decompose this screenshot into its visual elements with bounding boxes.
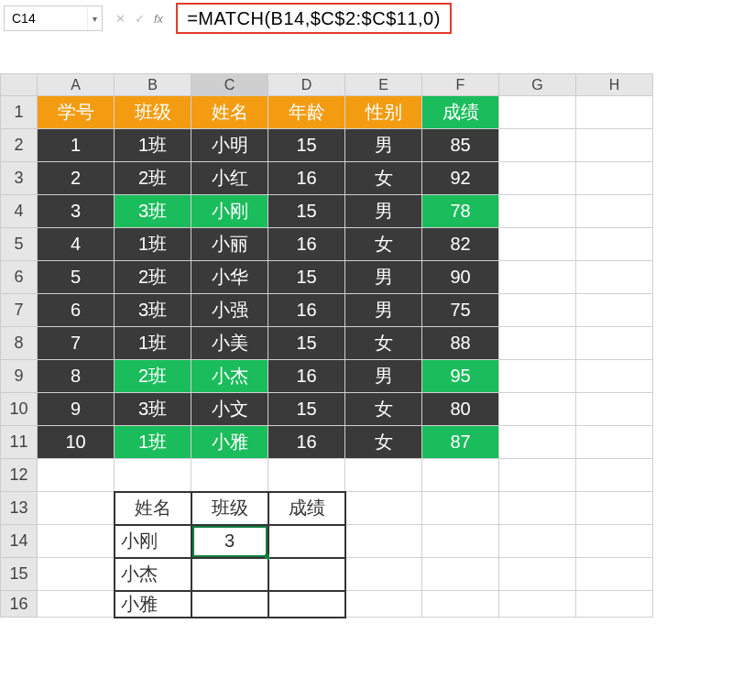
data-cell[interactable]: 小美 bbox=[191, 327, 268, 360]
cell-H10[interactable] bbox=[576, 393, 653, 426]
name-box-dropdown-icon[interactable]: ▾ bbox=[87, 6, 102, 30]
lookup-score-cell[interactable] bbox=[268, 525, 345, 558]
cell-r15-6[interactable] bbox=[499, 558, 576, 591]
cell-G1[interactable] bbox=[499, 96, 576, 129]
data-cell[interactable]: 78 bbox=[422, 195, 499, 228]
formula-bar[interactable]: =MATCH(B14,$C$2:$C$11,0) bbox=[176, 3, 452, 34]
data-cell[interactable]: 3班 bbox=[115, 294, 191, 327]
data-cell[interactable]: 小丽 bbox=[191, 228, 268, 261]
cell-G7[interactable] bbox=[499, 294, 576, 327]
cell-r12-4[interactable] bbox=[345, 459, 422, 492]
cell-r14-6[interactable] bbox=[499, 525, 576, 558]
data-cell[interactable]: 16 bbox=[268, 294, 345, 327]
data-cell[interactable]: 92 bbox=[422, 162, 499, 195]
data-cell[interactable]: 1班 bbox=[115, 327, 191, 360]
data-cell[interactable]: 9 bbox=[38, 393, 115, 426]
row-header-2[interactable]: 2 bbox=[1, 129, 38, 162]
cell-r15-4[interactable] bbox=[345, 558, 422, 591]
cell-r12-2[interactable] bbox=[191, 459, 268, 492]
cell-G2[interactable] bbox=[499, 129, 576, 162]
data-cell[interactable]: 7 bbox=[38, 327, 115, 360]
cell-r12-3[interactable] bbox=[268, 459, 345, 492]
row-header-4[interactable]: 4 bbox=[1, 195, 38, 228]
data-cell[interactable]: 10 bbox=[38, 426, 115, 459]
lookup-header-cell[interactable]: 姓名 bbox=[115, 492, 191, 525]
cell-r12-0[interactable] bbox=[38, 459, 115, 492]
cell-A14[interactable] bbox=[38, 525, 115, 558]
data-cell[interactable]: 1 bbox=[38, 129, 115, 162]
data-cell[interactable]: 1班 bbox=[115, 228, 191, 261]
lookup-score-cell[interactable] bbox=[268, 591, 345, 618]
column-header-F[interactable]: F bbox=[422, 74, 499, 96]
row-header-16[interactable]: 16 bbox=[1, 591, 38, 618]
column-header-A[interactable]: A bbox=[38, 74, 115, 96]
main-header-cell[interactable]: 班级 bbox=[115, 96, 191, 129]
column-header-G[interactable]: G bbox=[499, 74, 576, 96]
data-cell[interactable]: 女 bbox=[345, 228, 422, 261]
cell-H1[interactable] bbox=[576, 96, 653, 129]
column-header-C[interactable]: C bbox=[191, 74, 268, 96]
cell-r13-5[interactable] bbox=[422, 492, 499, 525]
cell-A13[interactable] bbox=[38, 492, 115, 525]
cell-G8[interactable] bbox=[499, 327, 576, 360]
column-header-B[interactable]: B bbox=[115, 74, 191, 96]
cell-H5[interactable] bbox=[576, 228, 653, 261]
data-cell[interactable]: 16 bbox=[268, 228, 345, 261]
data-cell[interactable]: 男 bbox=[345, 294, 422, 327]
data-cell[interactable]: 男 bbox=[345, 261, 422, 294]
cell-H6[interactable] bbox=[576, 261, 653, 294]
cell-G9[interactable] bbox=[499, 360, 576, 393]
data-cell[interactable]: 90 bbox=[422, 261, 499, 294]
cell-H2[interactable] bbox=[576, 129, 653, 162]
cell-G11[interactable] bbox=[499, 426, 576, 459]
data-cell[interactable]: 女 bbox=[345, 426, 422, 459]
row-header-10[interactable]: 10 bbox=[1, 393, 38, 426]
cell-r12-1[interactable] bbox=[115, 459, 191, 492]
cell-r14-5[interactable] bbox=[422, 525, 499, 558]
data-cell[interactable]: 1班 bbox=[115, 129, 191, 162]
cell-r12-7[interactable] bbox=[576, 459, 653, 492]
data-cell[interactable]: 3 bbox=[38, 195, 115, 228]
main-header-cell[interactable]: 学号 bbox=[38, 96, 115, 129]
data-cell[interactable]: 2 bbox=[38, 162, 115, 195]
cell-r13-7[interactable] bbox=[576, 492, 653, 525]
row-header-5[interactable]: 5 bbox=[1, 228, 38, 261]
cell-r13-6[interactable] bbox=[499, 492, 576, 525]
column-header-D[interactable]: D bbox=[268, 74, 345, 96]
data-cell[interactable]: 4 bbox=[38, 228, 115, 261]
data-cell[interactable]: 男 bbox=[345, 129, 422, 162]
data-cell[interactable]: 男 bbox=[345, 195, 422, 228]
data-cell[interactable]: 88 bbox=[422, 327, 499, 360]
row-header-13[interactable]: 13 bbox=[1, 492, 38, 525]
data-cell[interactable]: 15 bbox=[268, 261, 345, 294]
cell-r15-7[interactable] bbox=[576, 558, 653, 591]
data-cell[interactable]: 2班 bbox=[115, 162, 191, 195]
lookup-class-cell[interactable]: 3 bbox=[191, 525, 268, 558]
cell-r16-6[interactable] bbox=[499, 591, 576, 618]
data-cell[interactable]: 3班 bbox=[115, 393, 191, 426]
cell-r12-6[interactable] bbox=[499, 459, 576, 492]
data-cell[interactable]: 15 bbox=[268, 327, 345, 360]
cell-r14-7[interactable] bbox=[576, 525, 653, 558]
data-cell[interactable]: 小文 bbox=[191, 393, 268, 426]
cell-H8[interactable] bbox=[576, 327, 653, 360]
row-header-11[interactable]: 11 bbox=[1, 426, 38, 459]
select-all-corner[interactable] bbox=[1, 74, 38, 96]
data-cell[interactable]: 小刚 bbox=[191, 195, 268, 228]
lookup-name-cell[interactable]: 小刚 bbox=[115, 525, 191, 558]
data-cell[interactable]: 75 bbox=[422, 294, 499, 327]
data-cell[interactable]: 16 bbox=[268, 360, 345, 393]
lookup-class-cell[interactable] bbox=[191, 591, 268, 618]
data-cell[interactable]: 8 bbox=[38, 360, 115, 393]
name-box[interactable] bbox=[5, 6, 87, 30]
data-cell[interactable]: 小杰 bbox=[191, 360, 268, 393]
data-cell[interactable]: 小明 bbox=[191, 129, 268, 162]
column-header-E[interactable]: E bbox=[345, 74, 422, 96]
confirm-icon[interactable]: ✓ bbox=[135, 12, 145, 26]
row-header-7[interactable]: 7 bbox=[1, 294, 38, 327]
cell-G5[interactable] bbox=[499, 228, 576, 261]
data-cell[interactable]: 87 bbox=[422, 426, 499, 459]
cell-H3[interactable] bbox=[576, 162, 653, 195]
row-header-14[interactable]: 14 bbox=[1, 525, 38, 558]
row-header-8[interactable]: 8 bbox=[1, 327, 38, 360]
